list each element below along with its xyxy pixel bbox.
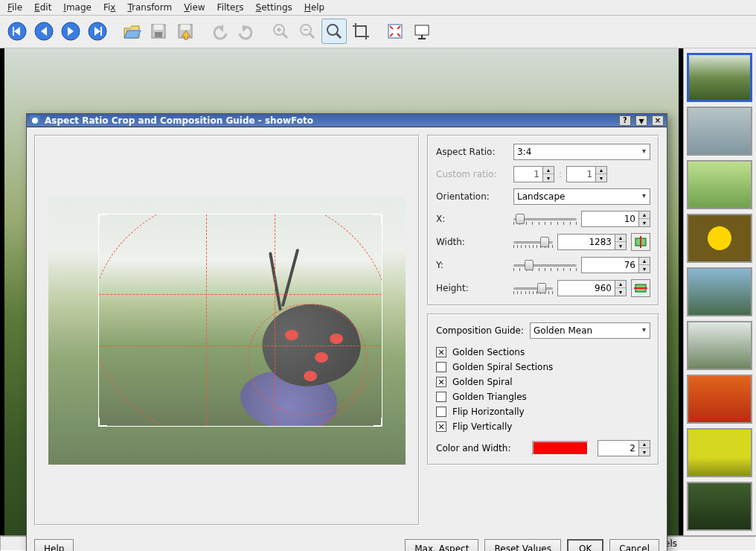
height-center-button[interactable] [631,279,650,297]
composition-panel: Composition Guide: Golden Mean ✕Golden S… [427,313,659,465]
menu-edit[interactable]: Edit [28,1,57,14]
max-aspect-button[interactable]: Max. Aspect [405,539,478,551]
aspect-ratio-label: Aspect Ratio: [436,147,507,157]
dialog-footer: Help Max. Aspect Reset Values OK Cancel [27,533,667,551]
golden-triangles-label: Golden Triangles [452,392,527,402]
golden-sections-checkbox[interactable]: ✕ [436,347,446,357]
custom-ratio-label: Custom ratio: [436,169,507,179]
y-input[interactable] [581,257,639,273]
slideshow-button[interactable] [409,19,435,44]
golden-spiral-sections-checkbox[interactable] [436,362,446,372]
thumbnail[interactable] [687,482,752,531]
x-spinner[interactable]: ▴▾ [639,211,650,227]
svg-line-16 [310,34,314,38]
height-label: Height: [436,283,507,293]
dialog-title: Aspect Ratio Crop and Composition Guide … [45,115,313,126]
flip-h-checkbox[interactable] [436,407,446,417]
flip-v-label: Flip Vertically [452,421,512,432]
guide-width-spinner[interactable]: ▴▾ [639,440,650,456]
width-slider[interactable] [513,235,553,249]
thumbnail[interactable] [687,321,752,370]
thumbnail[interactable] [687,375,752,424]
svg-point-25 [32,118,38,124]
nav-next-button[interactable] [58,19,83,44]
guide-color-swatch[interactable] [532,441,589,456]
canvas[interactable]: Aspect Ratio Crop and Composition Guide … [0,48,683,535]
geometry-panel: Aspect Ratio: 3:4 Custom ratio: ▴▾ : ▴▾ … [427,135,659,306]
x-input[interactable] [581,211,639,227]
custom-ratio-b-input [566,166,596,182]
menu-view[interactable]: View [178,1,211,14]
aspect-ratio-select[interactable]: 3:4 [513,144,650,160]
golden-sections-label: Golden Sections [452,347,525,357]
y-label: Y: [436,260,507,270]
redo-button[interactable] [234,19,259,44]
crop-dialog: Aspect Ratio Crop and Composition Guide … [26,113,667,551]
save-as-button[interactable] [173,19,198,44]
thumbnail[interactable] [687,160,752,209]
width-label: Width: [436,237,507,247]
dialog-help-button[interactable]: ? [619,115,631,126]
thumbnail[interactable] [687,267,752,316]
open-button[interactable] [119,19,144,44]
svg-point-18 [327,25,338,35]
reset-values-button[interactable]: Reset Values [484,539,561,551]
dialog-titlebar[interactable]: Aspect Ratio Crop and Composition Guide … [27,114,667,127]
dialog-min-button[interactable]: ▾ [635,115,647,126]
svg-rect-5 [100,27,102,36]
thumbnail[interactable] [687,106,752,156]
composition-guide-label: Composition Guide: [436,325,524,336]
cancel-button[interactable]: Cancel [609,539,659,551]
crop-button[interactable] [348,19,374,44]
y-spinner[interactable]: ▴▾ [639,257,650,273]
nav-first-button[interactable] [4,19,30,44]
golden-triangles-checkbox[interactable] [436,392,446,402]
fullscreen-button[interactable] [382,19,408,44]
composition-guide-select[interactable]: Golden Mean [530,322,650,339]
width-spinner[interactable]: ▴▾ [615,234,627,250]
color-width-label: Color and Width: [436,443,510,453]
golden-spiral-checkbox[interactable]: ✕ [436,377,446,387]
svg-line-12 [283,34,287,38]
dialog-close-button[interactable]: × [652,115,664,126]
nav-prev-button[interactable] [31,19,57,44]
menu-fix[interactable]: Fix [97,1,121,14]
crop-preview[interactable] [48,197,406,465]
thumbnail-strip [683,48,756,535]
svg-rect-7 [154,25,163,30]
menu-transform[interactable]: Transform [121,1,178,14]
width-center-button[interactable] [631,233,650,251]
menu-file[interactable]: File [1,1,28,14]
height-slider[interactable] [513,281,553,296]
flip-v-checkbox[interactable]: ✕ [436,421,446,432]
nav-last-button[interactable] [85,19,110,44]
svg-rect-10 [181,25,190,30]
svg-rect-1 [13,27,14,36]
menu-image[interactable]: Image [57,1,97,14]
thumbnail[interactable] [687,428,752,477]
thumbnail[interactable] [687,214,752,263]
custom-ratio-a-input [513,166,543,182]
help-button[interactable]: Help [34,539,74,551]
height-input[interactable] [557,280,615,296]
save-button[interactable] [146,19,171,44]
golden-spiral-sections-label: Golden Spiral Sections [452,362,553,372]
menu-settings[interactable]: Settings [250,1,298,14]
height-spinner[interactable]: ▴▾ [615,280,627,296]
ok-button[interactable]: OK [567,539,603,551]
orientation-select[interactable]: Landscape [513,188,650,205]
x-label: X: [436,214,507,224]
guide-width-input[interactable] [598,440,639,456]
menu-filters[interactable]: Filters [211,1,250,14]
y-slider[interactable] [513,258,577,273]
x-slider[interactable] [513,211,577,226]
width-input[interactable] [557,234,615,250]
flip-h-label: Flip Horizontally [452,407,525,417]
thumbnail[interactable] [687,53,752,102]
zoom-in-button[interactable] [268,19,293,44]
zoom-out-button[interactable] [295,19,320,44]
menu-help[interactable]: Help [298,1,330,14]
undo-button[interactable] [207,19,232,44]
zoom-fit-button[interactable] [321,19,347,44]
golden-spiral-label: Golden Spiral [452,377,513,387]
